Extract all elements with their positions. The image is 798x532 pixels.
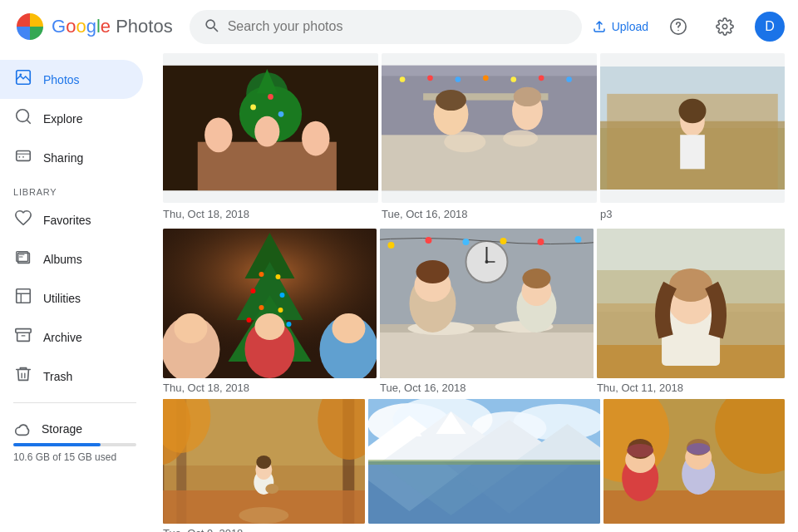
search-input[interactable]	[228, 19, 569, 34]
svg-point-31	[436, 90, 466, 111]
date-row-1: Thu, Oct 18, 2018 Tue, Oct 16, 2018 p3	[163, 206, 785, 222]
svg-point-22	[254, 116, 279, 147]
sidebar-item-explore[interactable]: Explore	[0, 99, 143, 138]
svg-point-18	[278, 111, 284, 117]
svg-point-28	[503, 131, 538, 147]
sidebar: Photos Explore Sharing LIB	[0, 53, 150, 532]
search-bar[interactable]	[190, 10, 582, 44]
library-section-label: LIBRARY	[0, 177, 150, 200]
photos-icon	[13, 68, 33, 91]
svg-point-56	[275, 274, 280, 279]
sidebar-item-albums[interactable]: Albums	[0, 239, 143, 278]
logo-text: Google Photos	[52, 16, 173, 37]
sharing-icon	[13, 146, 33, 169]
svg-point-78	[500, 238, 506, 244]
date-label-2: Tue, Oct 16, 2018	[382, 206, 597, 222]
photo-christmas[interactable]	[163, 229, 377, 378]
svg-rect-33	[382, 66, 597, 76]
storage-label: Storage	[13, 420, 136, 438]
svg-point-66	[254, 313, 284, 340]
photo-row-1	[163, 53, 785, 203]
svg-point-32	[514, 87, 541, 106]
settings-button[interactable]	[708, 10, 741, 43]
svg-rect-11	[16, 329, 31, 333]
explore-icon	[13, 107, 33, 130]
svg-point-6	[19, 156, 21, 158]
svg-point-55	[259, 272, 264, 277]
svg-point-64	[174, 313, 207, 343]
svg-point-61	[246, 318, 251, 323]
sidebar-item-archive[interactable]: Archive	[0, 318, 143, 357]
sidebar-utilities-label: Utilities	[43, 292, 81, 305]
sidebar-item-sharing[interactable]: Sharing	[0, 138, 143, 177]
svg-point-80	[574, 236, 581, 243]
svg-point-87	[416, 260, 449, 283]
photo-content: Thu, Oct 18, 2018 Tue, Oct 16, 2018 p3	[150, 53, 798, 532]
svg-point-58	[279, 293, 284, 298]
photo-autumn-girl[interactable]	[597, 229, 785, 378]
sidebar-item-favorites[interactable]: Favorites	[0, 200, 143, 239]
photo-mountain-lake[interactable]	[368, 399, 600, 524]
svg-point-47	[679, 99, 707, 124]
svg-point-79	[537, 239, 544, 245]
svg-rect-81	[380, 328, 594, 378]
date-label-3: p3	[600, 206, 785, 222]
trash-icon	[13, 365, 33, 387]
sidebar-archive-label: Archive	[43, 331, 82, 344]
utilities-icon	[13, 287, 33, 309]
upload-button[interactable]: Upload	[592, 19, 648, 34]
svg-point-17	[268, 94, 273, 100]
svg-point-40	[566, 76, 572, 82]
sidebar-trash-label: Trash	[43, 370, 72, 383]
svg-point-39	[539, 76, 544, 81]
svg-rect-25	[382, 135, 597, 190]
photo-forest-walk[interactable]	[163, 399, 365, 524]
photo-cell[interactable]	[600, 53, 785, 203]
search-icon	[203, 17, 219, 37]
archive-icon	[13, 326, 33, 348]
upload-label: Upload	[612, 20, 648, 33]
sidebar-item-utilities[interactable]: Utilities	[0, 278, 143, 318]
photo-cell[interactable]	[163, 53, 378, 203]
sidebar-sharing-label: Sharing	[43, 151, 83, 165]
photo-cell[interactable]	[382, 53, 597, 203]
svg-point-7	[22, 156, 24, 158]
svg-point-62	[286, 322, 291, 327]
svg-rect-46	[680, 135, 705, 169]
sidebar-item-trash[interactable]: Trash	[0, 357, 143, 396]
svg-rect-10	[17, 289, 31, 303]
svg-point-60	[278, 308, 283, 313]
svg-point-36	[456, 76, 461, 82]
photo-baking[interactable]	[380, 229, 594, 378]
svg-point-37	[483, 76, 489, 81]
svg-point-16	[250, 105, 256, 111]
svg-point-90	[522, 268, 550, 288]
svg-point-35	[427, 76, 433, 81]
sidebar-explore-label: Explore	[43, 112, 82, 126]
storage-bar-fill	[13, 443, 101, 446]
svg-rect-5	[17, 151, 31, 161]
help-button[interactable]	[662, 10, 695, 43]
mid-photo-row	[163, 399, 785, 524]
photo-section-top: Thu, Oct 18, 2018 Tue, Oct 16, 2018 Thu,…	[163, 229, 785, 396]
topbar-right: Upload D	[592, 10, 785, 43]
gphotos-logo-icon	[13, 10, 47, 43]
date-label-1: Thu, Oct 18, 2018	[163, 206, 378, 222]
date-oct18: Thu, Oct 18, 2018	[163, 382, 377, 394]
svg-point-21	[204, 117, 232, 152]
sidebar-item-photos[interactable]: Photos	[0, 60, 143, 99]
svg-point-38	[510, 76, 516, 82]
date-oct9: Tue, Oct 9, 2018	[163, 524, 785, 532]
svg-point-77	[462, 239, 469, 245]
svg-point-98	[669, 268, 712, 302]
date-group-1: Thu, Oct 18, 2018 Tue, Oct 16, 2018 p3	[163, 53, 785, 222]
user-avatar[interactable]: D	[755, 12, 785, 42]
svg-point-68	[332, 313, 365, 343]
sidebar-favorites-label: Favorites	[43, 214, 91, 227]
date-oct16: Tue, Oct 16, 2018	[380, 382, 594, 394]
main-layout: Photos Explore Sharing LIB	[0, 53, 798, 532]
photo-kids-autumn[interactable]	[603, 399, 785, 524]
photo-section-mid: Tue, Oct 9, 2018	[163, 399, 785, 532]
svg-point-143	[627, 444, 653, 457]
storage-section: Storage 10.6 GB of 15 GB used	[0, 410, 150, 473]
